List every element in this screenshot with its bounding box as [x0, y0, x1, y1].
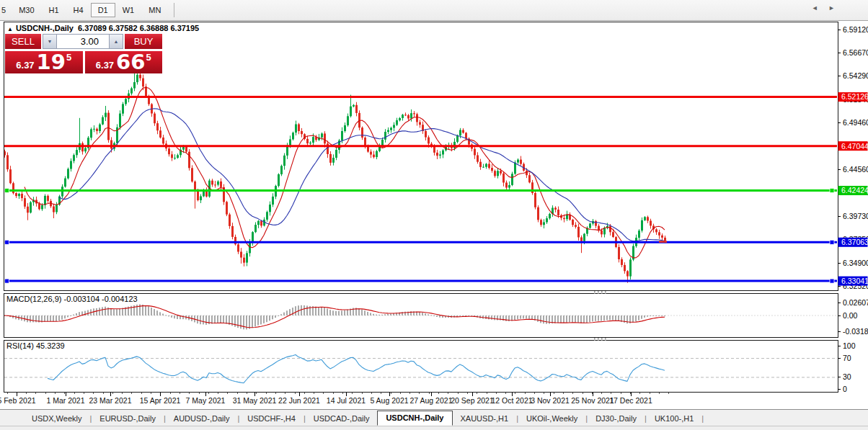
- svg-text:25 Nov 2021: 25 Nov 2021: [571, 396, 614, 405]
- bid-price-big: 19: [37, 51, 66, 73]
- svg-text:6.39730: 6.39730: [843, 212, 868, 220]
- chart-tab-usdchf-h4[interactable]: USDCHF-,H4: [239, 411, 304, 426]
- timeframe-button-MN[interactable]: MN: [141, 3, 168, 17]
- bid-price-box[interactable]: 6.37195: [5, 51, 83, 73]
- toolbar-separator: [174, 3, 174, 17]
- sell-button[interactable]: SELL: [5, 34, 41, 49]
- buy-button[interactable]: BUY: [125, 34, 162, 49]
- volume-input[interactable]: 3.00: [57, 34, 109, 49]
- chart-tab-usdcnh-daily[interactable]: USDCNH-,Daily: [377, 411, 452, 426]
- svg-text:100: 100: [843, 341, 856, 350]
- svg-text:15 Apr 2021: 15 Apr 2021: [140, 396, 181, 405]
- bid-price-sup: 5: [66, 52, 71, 73]
- svg-text:0.02607: 0.02607: [843, 298, 868, 307]
- svg-text:20 Sep 2021: 20 Sep 2021: [451, 396, 494, 405]
- svg-text:6.33041: 6.33041: [841, 277, 868, 285]
- svg-text:6.59120: 6.59120: [843, 25, 868, 34]
- timeframe-button-W1[interactable]: W1: [115, 3, 142, 17]
- ask-price-prefix: 6.37: [96, 60, 114, 73]
- svg-text:1 Mar 2021: 1 Mar 2021: [46, 396, 84, 405]
- timeframe-button-5[interactable]: 5: [0, 3, 12, 17]
- volume-increase-button[interactable]: ▲: [109, 34, 123, 49]
- rsi-indicator-label: RSI(14) 45.3239: [6, 341, 65, 350]
- chart-ohlc-values: 6.37089 6.37582 6.36888 6.37195: [78, 24, 199, 32]
- timeframe-toolbar: 5M30H1H4D1W1MN: [0, 0, 868, 21]
- bid-price-prefix: 6.37: [16, 60, 34, 73]
- svg-text:-0.03187: -0.03187: [843, 327, 868, 336]
- svg-text:0.00: 0.00: [843, 311, 858, 320]
- svg-text:31 May 2021: 31 May 2021: [233, 396, 277, 405]
- svg-text:23 Mar 2021: 23 Mar 2021: [89, 396, 132, 405]
- status-strip: [0, 426, 868, 430]
- tab-separator: |: [701, 411, 704, 426]
- chart-tab-uk100-h1[interactable]: UK100-,H1: [647, 411, 701, 426]
- svg-text:5 Aug 2021: 5 Aug 2021: [370, 396, 408, 405]
- macd-indicator-label: MACD(12,26,9) -0.003104 -0.004123: [6, 295, 138, 303]
- svg-text:17 Dec 2021: 17 Dec 2021: [609, 396, 652, 405]
- svg-text:6.56670: 6.56670: [843, 48, 868, 57]
- chart-title: ▲USDCNH-,Daily6.37089 6.37582 6.36888 6.…: [7, 24, 199, 32]
- terminal-window: 6.591206.566706.542906.518406.494606.470…: [0, 0, 868, 430]
- svg-text:3 Nov 2021: 3 Nov 2021: [531, 396, 570, 405]
- chart-tab-dj30-daily[interactable]: DJ30-,Daily: [588, 411, 645, 426]
- chart-tab-ukoil-weekly[interactable]: UKOil-,Weekly: [518, 411, 585, 426]
- ask-price-box[interactable]: 6.37665: [85, 51, 163, 73]
- svg-text:30: 30: [843, 372, 851, 381]
- timeframe-button-H4[interactable]: H4: [66, 3, 91, 17]
- collapse-arrow-icon[interactable]: ▲: [7, 26, 13, 32]
- chart-tab-audusd-daily[interactable]: AUDUSD-,Daily: [166, 411, 238, 426]
- ask-price-sup: 5: [146, 52, 151, 73]
- timeframe-button-D1[interactable]: D1: [91, 3, 115, 17]
- chart-tab-xauusd-h1[interactable]: XAUUSD-,H1: [453, 411, 517, 426]
- svg-text:12 Oct 2021: 12 Oct 2021: [491, 396, 532, 405]
- svg-text:5 Feb 2021: 5 Feb 2021: [0, 396, 36, 405]
- chart-tab-usdcad-daily[interactable]: USDCAD-,Daily: [306, 411, 378, 426]
- chart-tab-eurusd-daily[interactable]: EURUSD-,Daily: [92, 411, 164, 426]
- volume-stepper: ▼ 3.00 ▲: [43, 34, 123, 49]
- svg-text:22 Jun 2021: 22 Jun 2021: [278, 396, 320, 405]
- svg-text:6.52126: 6.52126: [841, 92, 868, 101]
- chart-symbol-label: USDCNH-,Daily: [16, 24, 74, 32]
- volume-decrease-button[interactable]: ▼: [43, 34, 57, 49]
- svg-text:6.37063: 6.37063: [841, 238, 868, 246]
- chart-tab-usdx-weekly[interactable]: USDX,Weekly: [24, 411, 89, 426]
- svg-text:27 Aug 2021: 27 Aug 2021: [410, 396, 453, 405]
- svg-text:6.42424: 6.42424: [841, 186, 868, 194]
- svg-text:70: 70: [843, 354, 851, 362]
- tab-scroll-arrows[interactable]: ◄ ►: [812, 4, 839, 12]
- timeframe-button-H1[interactable]: H1: [42, 3, 66, 17]
- svg-text:6.49460: 6.49460: [843, 118, 868, 127]
- timeframe-button-M30[interactable]: M30: [12, 3, 41, 17]
- svg-text:6.47044: 6.47044: [841, 142, 868, 151]
- svg-text:0: 0: [843, 385, 847, 393]
- svg-text:7 May 2021: 7 May 2021: [186, 396, 226, 405]
- svg-text:14 Jul 2021: 14 Jul 2021: [327, 396, 366, 405]
- one-click-trading-widget: SELL ▼ 3.00 ▲ BUY 6.37195 6.37665: [5, 34, 162, 73]
- ask-price-big: 66: [116, 51, 145, 73]
- chart-tab-bar: USDX,Weekly|EURUSD-,Daily|AUDUSD-,Daily|…: [0, 409, 868, 426]
- svg-text:6.34900: 6.34900: [843, 259, 868, 267]
- svg-text:6.44560: 6.44560: [843, 165, 868, 174]
- svg-text:6.54290: 6.54290: [843, 71, 868, 80]
